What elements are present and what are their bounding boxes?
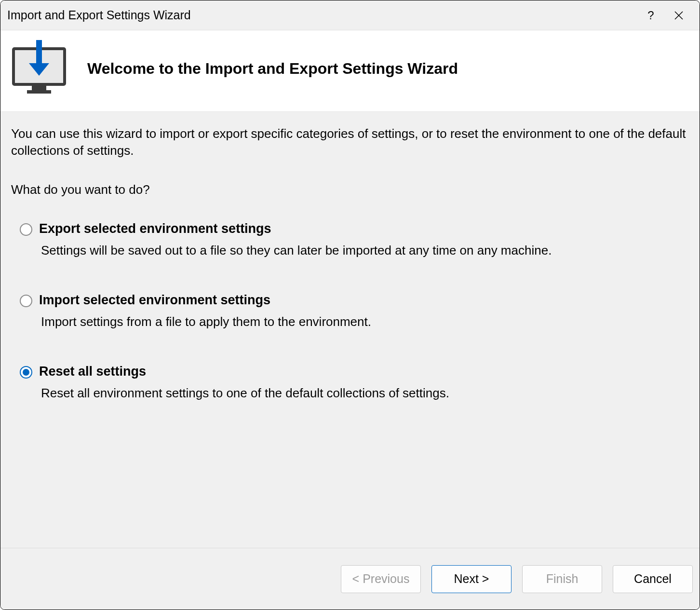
option-export-desc: Settings will be saved out to a file so … [41, 243, 689, 258]
wizard-footer: < Previous Next > Finish Cancel [0, 548, 700, 610]
option-reset[interactable]: Reset all settings Reset all environment… [20, 364, 689, 401]
wizard-content: You can use this wizard to import or exp… [0, 112, 700, 548]
wizard-header: Welcome to the Import and Export Setting… [0, 30, 700, 112]
option-import[interactable]: Import selected environment settings Imp… [20, 293, 689, 329]
wizard-title: Welcome to the Import and Export Setting… [87, 60, 458, 78]
import-export-icon [5, 40, 73, 97]
wizard-window: Import and Export Settings Wizard ? Welc… [0, 0, 700, 610]
cancel-button[interactable]: Cancel [613, 565, 693, 593]
options-group: Export selected environment settings Set… [11, 221, 689, 401]
finish-button[interactable]: Finish [522, 565, 602, 593]
close-icon [674, 11, 683, 20]
radio-export[interactable] [20, 223, 32, 236]
option-export[interactable]: Export selected environment settings Set… [20, 221, 689, 258]
previous-button[interactable]: < Previous [341, 565, 421, 593]
radio-reset[interactable] [20, 366, 32, 379]
next-button[interactable]: Next > [431, 565, 512, 593]
option-reset-title: Reset all settings [39, 364, 689, 379]
option-import-title: Import selected environment settings [39, 293, 689, 308]
option-export-title: Export selected environment settings [39, 221, 689, 236]
help-button[interactable]: ? [637, 0, 665, 30]
option-import-desc: Import settings from a file to apply the… [41, 314, 689, 329]
option-export-text: Export selected environment settings Set… [39, 221, 689, 258]
prompt-text: What do you want to do? [11, 182, 689, 197]
window-title: Import and Export Settings Wizard [7, 8, 637, 22]
option-reset-desc: Reset all environment settings to one of… [41, 386, 689, 401]
intro-text: You can use this wizard to import or exp… [11, 125, 689, 159]
svg-rect-3 [32, 85, 46, 90]
radio-import[interactable] [20, 295, 32, 307]
option-reset-text: Reset all settings Reset all environment… [39, 364, 689, 401]
close-button[interactable] [665, 0, 693, 30]
option-import-text: Import selected environment settings Imp… [39, 293, 689, 329]
titlebar: Import and Export Settings Wizard ? [0, 0, 700, 30]
svg-rect-4 [27, 90, 51, 94]
